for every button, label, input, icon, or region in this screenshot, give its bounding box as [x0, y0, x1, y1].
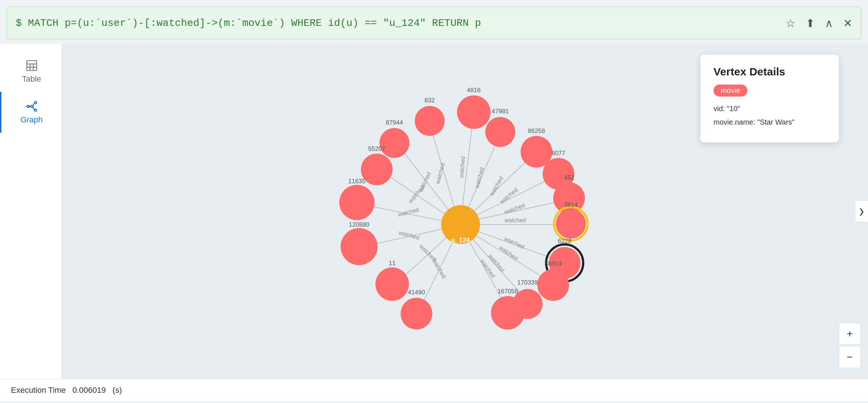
main-area: Table Graph — [0, 44, 868, 379]
collapse-panel-button[interactable]: ❯ — [855, 200, 868, 222]
svg-text:4816: 4816 — [467, 87, 481, 94]
prop-name-value: "Star Wars" — [757, 118, 794, 126]
query-bar: $ MATCH p=(u:`user`)-[:watched]->(m:`mov… — [7, 7, 861, 39]
svg-text:watched: watched — [488, 175, 504, 197]
svg-text:88914: 88914 — [545, 260, 562, 267]
graph-label: Graph — [20, 115, 43, 125]
graph-area[interactable]: watched watched watched watched watched … — [62, 44, 868, 379]
svg-text:watched: watched — [473, 167, 485, 189]
vertex-type-badge: movie — [713, 85, 747, 97]
vertex-prop-name: movie.name: "Star Wars" — [713, 118, 826, 126]
sidebar: Table Graph — [0, 44, 62, 379]
share-icon[interactable]: ⬆ — [806, 17, 815, 30]
svg-text:watched: watched — [504, 217, 526, 223]
svg-text:86258: 86258 — [528, 128, 545, 134]
svg-point-81 — [513, 289, 543, 319]
svg-point-53 — [379, 128, 409, 158]
svg-line-11 — [33, 107, 35, 110]
svg-text:watched: watched — [503, 202, 526, 215]
svg-text:832: 832 — [425, 97, 435, 104]
top-actions: ☆ ⬆ ∧ ✕ — [786, 17, 852, 30]
bottom-bar: Execution Time 0.006019 (s) — [0, 379, 868, 401]
svg-text:170339: 170339 — [517, 279, 538, 286]
table-label: Table — [22, 74, 41, 84]
svg-text:47981: 47981 — [492, 108, 509, 115]
svg-text:watched: watched — [458, 156, 466, 179]
svg-text:167058: 167058 — [497, 288, 518, 295]
svg-text:41490: 41490 — [408, 289, 425, 296]
zoom-in-button[interactable]: + — [839, 323, 861, 345]
svg-point-68 — [341, 228, 378, 265]
zoom-out-button[interactable]: − — [839, 346, 861, 368]
svg-text:452: 452 — [564, 174, 574, 181]
svg-point-49 — [415, 106, 445, 136]
svg-point-75 — [537, 269, 569, 301]
close-icon[interactable]: ✕ — [843, 17, 852, 30]
svg-point-73 — [375, 267, 409, 301]
svg-text:3814: 3814 — [564, 202, 578, 208]
svg-point-47 — [457, 95, 490, 129]
svg-text:watched: watched — [431, 258, 447, 279]
svg-text:6228: 6228 — [558, 238, 572, 244]
sidebar-item-graph[interactable]: Graph — [0, 92, 62, 133]
svg-rect-0 — [27, 61, 36, 71]
svg-text:8077: 8077 — [552, 150, 566, 157]
query-text: $ MATCH p=(u:`user`)-[:watched]->(m:`mov… — [16, 17, 481, 29]
bookmark-icon[interactable]: ☆ — [786, 17, 795, 30]
prop-name-key: movie.name: — [713, 118, 757, 126]
svg-text:u_124: u_124 — [451, 236, 470, 244]
collapse-query-icon[interactable]: ∧ — [825, 17, 833, 30]
svg-text:watched: watched — [397, 206, 419, 218]
svg-text:watched: watched — [398, 229, 420, 241]
svg-text:120880: 120880 — [349, 221, 370, 228]
vertex-prop-vid: vid: "10" — [713, 105, 826, 113]
vertex-details-panel: Vertex Details movie vid: "10" movie.nam… — [700, 55, 839, 142]
svg-point-61 — [339, 185, 375, 220]
svg-point-77 — [400, 298, 432, 329]
vertex-details-title: Vertex Details — [713, 66, 826, 78]
svg-line-10 — [33, 103, 35, 106]
svg-text:55207: 55207 — [368, 145, 385, 152]
svg-point-51 — [485, 117, 515, 147]
svg-text:11635: 11635 — [348, 178, 365, 185]
svg-text:87944: 87944 — [386, 119, 403, 126]
prop-vid-value: "10" — [727, 105, 740, 113]
svg-text:watched: watched — [407, 184, 425, 205]
sidebar-item-table[interactable]: Table — [0, 51, 62, 92]
svg-text:11: 11 — [389, 260, 396, 267]
execution-time-label: Execution Time 0.006019 (s) — [11, 386, 122, 395]
svg-point-57 — [361, 153, 392, 185]
prop-vid-key: vid: — [713, 105, 727, 113]
svg-point-65 — [556, 209, 586, 239]
zoom-controls: + − — [839, 323, 861, 368]
